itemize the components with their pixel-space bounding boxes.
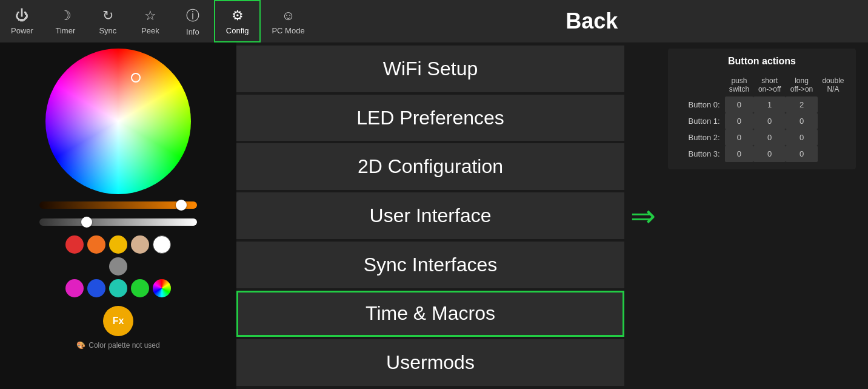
right-panel: Button actions pushswitch shorton->off l… [662,42,868,389]
color-wheel[interactable] [45,49,191,194]
wheel-cursor[interactable] [131,73,141,83]
menu-user-interface[interactable]: User Interface [236,192,624,239]
brightness-slider-container [39,201,197,214]
color-wheel-container[interactable] [45,49,191,194]
button1-label: Button 1: [675,113,725,129]
table-row: Button 0: 0 1 2 [675,96,849,113]
config-label: Config [226,26,249,35]
swatch-skin[interactable] [131,235,149,254]
power-button[interactable]: ⏻ Power [0,0,44,42]
button3-val2[interactable]: 0 [786,146,818,162]
menu-usermods-label: Usermods [386,351,475,374]
menu-sync-interfaces-label: Sync Interfaces [364,254,498,276]
info-icon: ⓘ [186,7,199,25]
back-label: Back [566,8,618,34]
menu-wifi-setup[interactable]: WiFi Setup [236,46,624,92]
menu-wifi-setup-label: WiFi Setup [383,58,478,80]
config-icon: ⚙ [232,8,244,24]
power-icon: ⏻ [15,8,28,24]
button2-val0[interactable]: 0 [725,129,754,146]
swatch-yellow[interactable] [109,235,127,254]
button-actions-card: Button actions pushswitch shorton->off l… [668,49,856,169]
timer-label: Timer [55,26,75,35]
col-header-push: pushswitch [725,74,754,96]
info-label: Info [186,27,199,36]
color-swatches-row1 [58,235,179,276]
table-row: Button 2: 0 0 0 [675,129,849,146]
col-header-short: shorton->off [753,74,786,96]
button-actions-table: pushswitch shorton->off longoff->on doub… [675,74,849,162]
menu-time-macros[interactable]: Time & Macros [236,291,624,337]
config-button[interactable]: ⚙ Config [214,0,261,42]
menu-sync-interfaces[interactable]: Sync Interfaces [236,242,624,288]
button1-val2[interactable]: 0 [786,113,818,129]
white-slider-container [39,218,197,231]
peek-label: Peek [141,26,159,35]
white-slider[interactable] [39,218,197,226]
col-header-double: doubleN/A [818,74,849,96]
button0-val0[interactable]: 0 [725,96,754,113]
arrow-right-icon: ⇒ [630,198,656,234]
col-header-long: longoff->on [786,74,818,96]
button2-val2[interactable]: 0 [786,129,818,146]
color-swatches-row2 [58,279,179,297]
white-thumb[interactable] [81,217,92,228]
sync-button[interactable]: ↻ Sync [87,0,129,42]
pcmode-button[interactable]: ☺ PC Mode [261,0,315,42]
arrow-area: ⇒ [624,42,662,389]
fx-button[interactable]: Fx [103,306,133,336]
menu-usermods[interactable]: Usermods [236,339,624,386]
button3-val1[interactable]: 0 [753,146,786,162]
brightness-slider[interactable] [39,201,197,209]
pcmode-icon: ☺ [281,8,295,24]
button0-label: Button 0: [675,96,725,113]
main-content: Fx 🎨 Color palette not used WiFi Setup L… [0,42,868,389]
swatch-red[interactable] [65,235,84,254]
button0-val1[interactable]: 1 [753,96,786,113]
menu-2d-configuration-label: 2D Configuration [358,155,503,178]
button1-val1[interactable]: 0 [753,113,786,129]
palette-icon: 🎨 [76,341,85,350]
pcmode-label: PC Mode [272,26,304,35]
timer-icon: ☽ [59,8,72,24]
menu-time-macros-label: Time & Macros [366,302,495,325]
swatch-orange[interactable] [87,235,105,254]
swatch-pink[interactable] [65,279,84,297]
timer-button[interactable]: ☽ Timer [44,0,87,42]
palette-note-text: Color palette not used [88,341,159,350]
sync-label: Sync [99,26,116,35]
peek-icon: ☆ [144,8,156,24]
button3-val0[interactable]: 0 [725,146,754,162]
swatch-gray[interactable] [109,257,127,276]
left-panel: Fx 🎨 Color palette not used [0,42,236,389]
menu-led-preferences-label: LED Preferences [356,107,504,129]
top-bar: ⏻ Power ☽ Timer ↻ Sync ☆ Peek ⓘ Info ⚙ C… [0,0,868,42]
button0-val2[interactable]: 2 [786,96,818,113]
menu-user-interface-label: User Interface [370,205,492,227]
table-row: Button 1: 0 0 0 [675,113,849,129]
swatch-green[interactable] [131,279,149,297]
menu-2d-configuration[interactable]: 2D Configuration [236,143,624,190]
peek-button[interactable]: ☆ Peek [129,0,172,42]
button1-val0[interactable]: 0 [725,113,754,129]
button-actions-title: Button actions [675,56,849,67]
brightness-thumb[interactable] [176,200,187,211]
button3-label: Button 3: [675,146,725,162]
power-label: Power [11,26,33,35]
center-area: WiFi Setup LED Preferences 2D Configurat… [236,42,868,389]
palette-note: 🎨 Color palette not used [76,341,159,350]
swatch-teal[interactable] [109,279,127,297]
swatch-rainbow[interactable] [153,279,171,297]
info-button[interactable]: ⓘ Info [172,0,214,42]
fx-label: Fx [113,316,124,326]
table-row: Button 3: 0 0 0 [675,146,849,162]
middle-panel: WiFi Setup LED Preferences 2D Configurat… [236,42,624,389]
swatch-blue[interactable] [87,279,105,297]
button2-label: Button 2: [675,129,725,146]
sync-icon: ↻ [102,8,113,24]
col-header-empty [675,74,725,96]
menu-led-preferences[interactable]: LED Preferences [236,95,624,141]
back-button[interactable]: Back [316,0,868,42]
swatch-white[interactable] [153,235,171,254]
button2-val1[interactable]: 0 [753,129,786,146]
